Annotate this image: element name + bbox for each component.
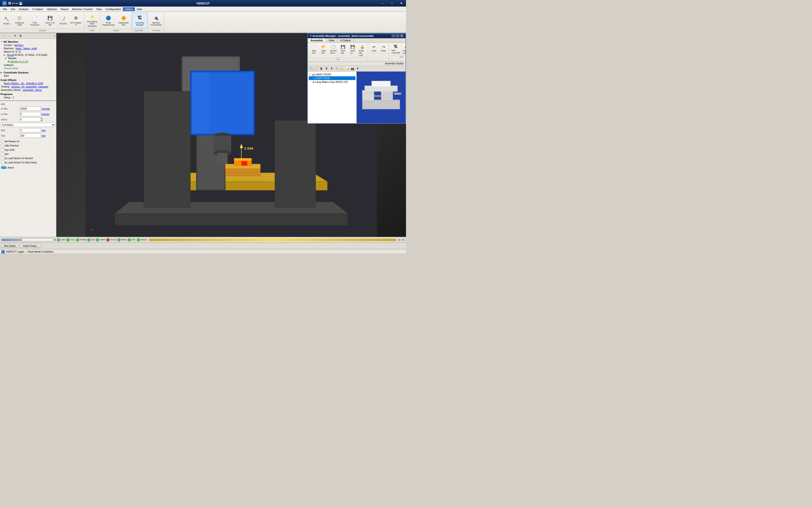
tree-travel-limits[interactable]: Travel Limits bbox=[0, 67, 56, 70]
ap-new-file-button[interactable]: 📄 NewFile bbox=[309, 44, 319, 57]
motion-type-select[interactable]: Full Motion Linear Rotary bbox=[1, 123, 55, 127]
machine-connectivity-button[interactable]: 🔌 Machine Connectivity bbox=[149, 13, 163, 28]
asm-item-lang[interactable]: ⚙ Lang Makro-Grip 48155-125 bbox=[309, 80, 355, 84]
spindle-always-on-checkbox[interactable] bbox=[1, 140, 4, 143]
feed-rev-input[interactable] bbox=[20, 112, 41, 116]
tree-tool-camera[interactable]: 📸 bbox=[350, 66, 355, 71]
ap-save-as-button[interactable]: 💾 SaveAs bbox=[348, 44, 357, 57]
menu-file[interactable]: File bbox=[1, 7, 9, 11]
tree-tool-search[interactable]: 🔍 bbox=[309, 66, 313, 71]
polyfix-button[interactable]: 🔧 PolyFix bbox=[1, 13, 12, 28]
text-file-button[interactable]: 📝 Text File bbox=[58, 13, 68, 28]
rotations-spinner[interactable]: ▲▼ bbox=[41, 117, 44, 122]
dist2-unit[interactable]: mm bbox=[42, 134, 46, 137]
back-button[interactable]: ← bbox=[1, 34, 6, 38]
menu-machine-control[interactable]: Machine / Control bbox=[70, 7, 94, 11]
tree-design[interactable]: ⊞ Design (0, 0, 0) bbox=[0, 60, 56, 63]
forward-button[interactable]: → bbox=[7, 34, 12, 38]
tree-tool-dropdown[interactable]: ▼ bbox=[355, 66, 360, 71]
post-processor-button[interactable]: 📄 Post Processor bbox=[27, 13, 42, 28]
tree-tool-delete[interactable]: 🗑 bbox=[319, 66, 324, 71]
new-setup-button[interactable]: New Setup bbox=[1, 244, 18, 248]
auto-load-setup-checkbox[interactable] bbox=[1, 161, 4, 164]
panel-minimize[interactable]: ─ bbox=[392, 34, 395, 38]
tree-assembly-library[interactable]: Assembly Library : assembly_demo bbox=[0, 88, 56, 92]
status-indicator-probe[interactable]: PROBE bbox=[76, 238, 86, 241]
coolant-checkbox[interactable] bbox=[1, 153, 4, 156]
feed-min-unit[interactable]: mm/min bbox=[42, 108, 50, 110]
panel-maximize[interactable]: □ bbox=[396, 34, 399, 38]
tree-tool-list[interactable]: 📋 bbox=[314, 66, 319, 71]
tree-nc-machine[interactable]: ▼ NC Machine bbox=[0, 40, 56, 44]
dist1-unit[interactable]: mm bbox=[42, 129, 46, 132]
menu-xcaliper[interactable]: X-Caliper bbox=[30, 7, 45, 11]
tree-collision[interactable]: Collision bbox=[0, 63, 56, 67]
feed-min-input[interactable] bbox=[20, 107, 41, 111]
tree-g54[interactable]: G54 bbox=[0, 74, 56, 77]
spindle-direction-checkbox[interactable] bbox=[1, 144, 4, 147]
feed-rev-unit[interactable]: mm/rev bbox=[42, 113, 49, 115]
expand-button[interactable]: ⊞ bbox=[18, 34, 23, 38]
tree-machine[interactable]: Machine : basic_3axes_vmill bbox=[0, 47, 56, 50]
status-indicator-ready[interactable]: READY bbox=[137, 238, 147, 241]
status-indicator-comp[interactable]: COMP bbox=[96, 238, 105, 241]
ap-save-file-button[interactable]: 💾 SaveFile bbox=[338, 44, 348, 57]
heidenhain-tnc-button[interactable]: 🔶 Heidenhain TNC bbox=[116, 13, 131, 28]
menu-analysis[interactable]: Analysis bbox=[17, 7, 30, 11]
status-indicator-coll[interactable]: COLL bbox=[66, 238, 75, 241]
save-cas-file-button[interactable]: 💾 Save CAS File bbox=[43, 13, 58, 28]
tree-control[interactable]: Control : fan31im bbox=[0, 44, 56, 47]
tab-assembly[interactable]: Assembly bbox=[308, 38, 326, 43]
menu-optimize[interactable]: Optimize bbox=[45, 7, 59, 11]
tree-tooling[interactable]: Tooling : session_23_assembly_manager bbox=[0, 85, 56, 88]
ap-undo-button[interactable]: ↩ Undo bbox=[369, 44, 378, 53]
nc-program-button[interactable]: ⚙ NC Program ▾ bbox=[68, 13, 84, 28]
asm-item-kurt[interactable]: 🔧 KURT D100 bbox=[309, 76, 355, 80]
maximize-button[interactable]: □ bbox=[387, 0, 397, 7]
menu-view[interactable]: View bbox=[94, 7, 104, 11]
menu-help[interactable]: Help bbox=[135, 7, 144, 11]
tree-tool-settings[interactable]: 🔧 bbox=[335, 66, 339, 71]
dist2-input[interactable] bbox=[20, 133, 41, 138]
ap-open-file-button[interactable]: 📂 OpenFile bbox=[319, 44, 328, 57]
tab-xcaliper[interactable]: X-Caliper bbox=[338, 38, 354, 43]
active-toggle[interactable] bbox=[1, 166, 7, 169]
ap-new-assembly-button[interactable]: 🏗 NewAssembly bbox=[390, 44, 401, 55]
ap-reset-file-lock-button[interactable]: 🔒 Reset FileLock bbox=[358, 44, 367, 57]
tree-work-offsets[interactable]: Work Offsets - 54 - Spindle to G54 bbox=[0, 82, 56, 85]
playback-next[interactable]: ⏭ bbox=[402, 238, 405, 241]
ap-import-assembly-button[interactable]: 📥 ImportAssembly bbox=[402, 44, 406, 55]
die-sinking-button[interactable]: ⚡ Die Sinking EDM Simulation bbox=[85, 13, 100, 28]
asm-item-haas[interactable]: ▼ 🏭 HAAS TR160 bbox=[309, 72, 355, 76]
import-setup-button[interactable]: Import Setup... bbox=[20, 244, 42, 248]
panel-close[interactable]: ✕ bbox=[400, 34, 404, 38]
probe-programming-button[interactable]: 🔵 Probe Programming bbox=[101, 13, 116, 28]
tree-coord-systems[interactable]: ▶ Coordinate Systems bbox=[0, 71, 56, 74]
tree-tool-chart[interactable]: 📊 bbox=[345, 66, 350, 71]
ap-redo-button[interactable]: ↪ Redo bbox=[379, 44, 388, 53]
swing-limits-checkbox[interactable] bbox=[1, 148, 4, 151]
refresh-button[interactable]: ↺ bbox=[12, 34, 17, 38]
playback-prev[interactable]: ⏮ bbox=[398, 238, 401, 241]
status-indicator-omt[interactable]: OMT. bbox=[128, 238, 136, 241]
menu-utilities[interactable]: Utilities bbox=[123, 7, 135, 11]
minimize-button[interactable]: ─ bbox=[378, 0, 387, 7]
close-button[interactable]: ✕ bbox=[397, 0, 406, 7]
assembly-manager-button[interactable]: 🏗 Assembly Manager bbox=[132, 13, 147, 28]
auto-load-rewind-checkbox[interactable] bbox=[1, 157, 4, 160]
status-indicator-sub[interactable]: SUB bbox=[87, 238, 95, 241]
tree-setup[interactable]: Setup : 1 bbox=[0, 96, 56, 99]
status-indicator-rapid[interactable]: RAPID bbox=[117, 238, 126, 241]
tree-programs[interactable]: Programs bbox=[0, 93, 56, 96]
status-indicator-limit[interactable]: LIMIT bbox=[57, 238, 65, 241]
dist1-input[interactable] bbox=[20, 128, 41, 132]
tree-tool-up[interactable]: ⬆ bbox=[324, 66, 329, 71]
tree-code-offsets[interactable]: Code Offsets bbox=[0, 78, 56, 82]
tree-stock[interactable]: ▶ Stock(33.5875, 37.9264, 172.5168) bbox=[0, 53, 56, 57]
menu-configuration[interactable]: Configuration bbox=[104, 7, 123, 11]
tab-view[interactable]: View bbox=[326, 38, 338, 43]
status-indicator-cycle[interactable]: CYCLE bbox=[106, 238, 116, 241]
tree-tool-measure[interactable]: 📐 bbox=[340, 66, 345, 71]
menu-info[interactable]: Info bbox=[9, 7, 17, 11]
tree-tool-down[interactable]: ⬇ bbox=[329, 66, 334, 71]
